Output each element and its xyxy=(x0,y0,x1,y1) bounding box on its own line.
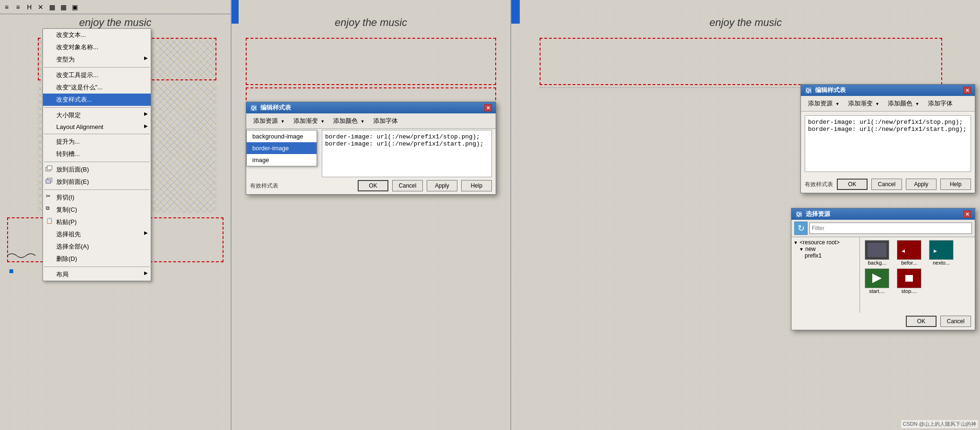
menu-item-transform[interactable]: 变型为 xyxy=(43,53,151,66)
res-ok-btn[interactable]: OK xyxy=(906,316,937,327)
ok-btn-p3[interactable]: OK xyxy=(837,179,868,190)
style-editor-content-p3[interactable]: border-image: url(:/new/prefix1/stop.png… xyxy=(805,115,971,172)
thumb-backg[interactable]: backg... xyxy=(863,240,891,266)
menu-item-delete[interactable]: 删除(D) xyxy=(43,253,151,265)
thumb-start[interactable]: start.... xyxy=(863,268,891,294)
res-dialog-close[interactable]: ✕ xyxy=(963,210,971,218)
menu-item-size[interactable]: 大小限定 xyxy=(43,109,151,121)
paste-icon: 📋 xyxy=(46,217,53,225)
toolbar-icon-1[interactable]: ≡ xyxy=(2,2,11,12)
panel3-title: enjoy the music xyxy=(511,17,980,29)
add-font-label-p3: 添加字体 xyxy=(928,100,953,107)
style-editor-content-p2[interactable]: border-image: url(:/new/prefix1/stop.png… xyxy=(322,130,492,177)
add-resource-btn-p2[interactable]: 添加资源 ▼ xyxy=(250,115,288,127)
wave-indicator xyxy=(7,251,40,262)
thumb-befor[interactable]: ◀ befor... xyxy=(895,240,923,266)
copy-icon: ⧉ xyxy=(46,205,53,213)
dropdown-image[interactable]: image xyxy=(247,154,317,166)
menu-item-paste[interactable]: 📋 粘贴(P) xyxy=(43,216,151,228)
svg-text:◀: ◀ xyxy=(902,249,905,253)
dialog-close-p3[interactable]: ✕ xyxy=(963,86,971,94)
toolbar-icon-5[interactable]: ▦ xyxy=(47,2,57,12)
menu-item-layout[interactable]: 布局 xyxy=(43,268,151,281)
menu-item-layout-align[interactable]: Layout Alignment xyxy=(43,121,151,132)
svg-rect-12 xyxy=(905,275,913,282)
apply-btn-p3[interactable]: Apply xyxy=(906,179,937,190)
thumb-start-label: start.... xyxy=(869,288,885,294)
thumb-befor-label: befor... xyxy=(901,260,917,266)
menu-item-copy[interactable]: ⧉ 复制(C) xyxy=(43,204,151,216)
toolbar-icon-3[interactable]: H xyxy=(25,2,34,12)
tree-new[interactable]: ▼ new xyxy=(799,246,858,252)
add-gradient-label-p2: 添加渐变 xyxy=(293,117,318,124)
menu-item-bring-front[interactable]: 放到前面(E) xyxy=(43,176,151,188)
style-editor-toolbar-p2: 添加资源 ▼ 添加渐变 ▼ 添加颜色 ▼ 添加字体 xyxy=(246,113,496,129)
add-resource-btn-p3[interactable]: 添加资源 ▼ xyxy=(805,98,843,109)
add-gradient-btn-p3[interactable]: 添加渐变 ▼ xyxy=(845,98,883,109)
toolbar-icon-4[interactable]: ✕ xyxy=(36,2,45,12)
cancel-btn-p2[interactable]: Cancel xyxy=(392,180,423,191)
style-editor-titlebar-p3: Qt 编辑样式表 ✕ xyxy=(801,85,975,96)
toolbar-icon-6[interactable]: ▦ xyxy=(59,2,68,12)
tree-root[interactable]: ▼ <resource root> xyxy=(793,239,858,246)
menu-item-cut-label: 剪切(I) xyxy=(56,194,74,201)
panel-1: ≡ ≡ H ✕ ▦ ▦ ▣ enjoy the music 改变文本... 改变… xyxy=(0,0,232,430)
sep-3 xyxy=(44,134,150,134)
add-resource-dropdown-p2: background-image border-image image xyxy=(246,130,317,166)
content-line-1-p2: border-image: url(:/new/prefix1/stop.png… xyxy=(325,133,489,140)
sep-5 xyxy=(44,189,150,190)
menu-item-change-name[interactable]: 改变对象名称... xyxy=(43,41,151,53)
menu-item-bring-front-label: 放到前面(E) xyxy=(56,178,89,185)
filter-input[interactable] xyxy=(809,223,972,234)
menu-item-promote[interactable]: 提升为... xyxy=(43,136,151,148)
res-dialog-icon: Qt xyxy=(795,210,803,218)
sep-4 xyxy=(44,162,150,162)
help-btn-p3[interactable]: Help xyxy=(940,179,971,190)
menu-item-cut[interactable]: ✂ 剪切(I) xyxy=(43,191,151,204)
style-editor-toolbar-p3: 添加资源 ▼ 添加渐变 ▼ 添加颜色 ▼ 添加字体 xyxy=(801,96,975,112)
add-font-btn-p3[interactable]: 添加字体 xyxy=(925,98,956,109)
add-resource-label-p3: 添加资源 xyxy=(808,100,833,107)
add-resource-arrow-p2: ▼ xyxy=(281,119,285,124)
add-color-btn-p2[interactable]: 添加颜色 ▼ xyxy=(330,115,368,127)
refresh-btn[interactable]: ↻ xyxy=(794,222,808,235)
p3-rect-top xyxy=(540,38,942,85)
thumb-stop[interactable]: stop.... xyxy=(895,268,923,294)
add-gradient-label-p3: 添加渐变 xyxy=(848,100,873,107)
toolbar-icon-7[interactable]: ▣ xyxy=(70,2,79,12)
panel-3: enjoy the music Qt 编辑样式表 ✕ 添加资源 ▼ 添加渐变 ▼… xyxy=(511,0,980,430)
dialog-icon-p3: Qt xyxy=(805,86,812,94)
titlebar-left-p3: Qt 编辑样式表 xyxy=(805,86,846,95)
menu-item-send-back[interactable]: 放到后面(B) xyxy=(43,163,151,176)
menu-item-whatsthis[interactable]: 改变"这是什么"... xyxy=(43,81,151,94)
panel1-title: enjoy the music xyxy=(0,17,231,29)
ok-btn-p2[interactable]: OK xyxy=(358,180,388,191)
toolbar-icon-2[interactable]: ≡ xyxy=(13,2,23,12)
watermark: CSDN @山上的人随风下山的神 xyxy=(901,420,978,428)
style-editor-dialog-p2: Qt 编辑样式表 ✕ 添加资源 ▼ 添加渐变 ▼ 添加颜色 ▼ 添加字体 xyxy=(246,102,496,195)
menu-item-select-all[interactable]: 选择全部(A) xyxy=(43,241,151,253)
cancel-btn-p3[interactable]: Cancel xyxy=(871,179,902,190)
add-font-btn-p2[interactable]: 添加字体 xyxy=(370,115,402,127)
add-color-btn-p3[interactable]: 添加颜色 ▼ xyxy=(885,98,923,109)
menu-item-paste-label: 粘贴(P) xyxy=(56,218,77,225)
add-gradient-arrow-p3: ▼ xyxy=(875,102,879,106)
menu-item-select-ancestor[interactable]: 选择祖先 xyxy=(43,228,151,241)
thumb-row-2: start.... stop.... xyxy=(863,268,972,294)
style-editor-title-p2: 编辑样式表 xyxy=(260,103,291,112)
add-gradient-btn-p2[interactable]: 添加渐变 ▼ xyxy=(290,115,328,127)
res-cancel-btn[interactable]: Cancel xyxy=(940,316,971,327)
menu-item-change-text[interactable]: 改变文本... xyxy=(43,29,151,41)
menu-item-stylesheet[interactable]: 改变样式表... xyxy=(43,94,151,106)
thumb-nexto[interactable]: ▶ nexto... xyxy=(927,240,955,266)
dialog-close-p2[interactable]: ✕ xyxy=(484,104,492,112)
dropdown-bg-image[interactable]: background-image xyxy=(247,130,317,142)
tree-prefix1[interactable]: prefix1 xyxy=(805,252,858,259)
res-thumbnails-panel: backg... ◀ befor... ▶ nexto... xyxy=(860,237,975,313)
dropdown-border-image[interactable]: border-image xyxy=(247,142,317,154)
menu-item-goto-slot[interactable]: 转到槽... xyxy=(43,148,151,160)
apply-btn-p2[interactable]: Apply xyxy=(427,180,457,191)
sep-2 xyxy=(44,107,150,108)
menu-item-tooltip[interactable]: 改变工具提示... xyxy=(43,69,151,81)
help-btn-p2[interactable]: Help xyxy=(461,180,492,191)
